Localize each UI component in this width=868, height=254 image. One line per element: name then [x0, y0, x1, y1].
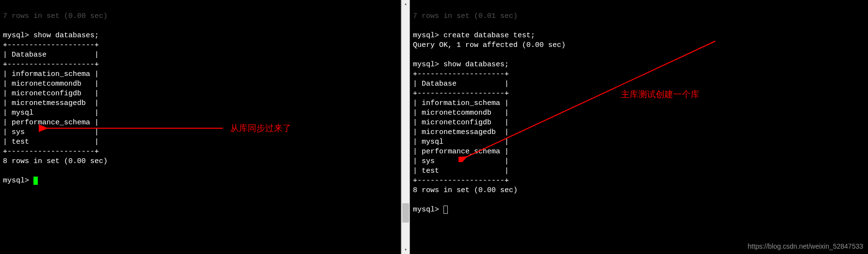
mysql-prompt: mysql>	[3, 177, 33, 185]
watermark-text: https://blog.csdn.net/weixin_52847533	[748, 241, 863, 251]
table-row: | sys |	[413, 157, 509, 165]
rows-result: 8 rows in set (0.00 sec)	[3, 157, 108, 165]
table-row: | information_schema |	[3, 70, 99, 78]
table-border: +--------------------+	[413, 177, 509, 185]
table-row: | micronetconfigdb |	[3, 90, 99, 98]
mysql-prompt: mysql>	[413, 206, 443, 214]
table-row: | test |	[413, 167, 509, 175]
table-border: +--------------------+	[3, 148, 99, 156]
table-row: | micronetconfigdb |	[413, 119, 509, 127]
query-result: Query OK, 1 row affected (0.00 sec)	[413, 41, 566, 49]
table-border: +--------------------+	[413, 90, 509, 98]
table-row: | micronetmessagedb |	[413, 128, 509, 136]
table-row: | mysql |	[3, 109, 99, 117]
table-border: +--------------------+	[3, 60, 99, 69]
cursor-icon	[33, 177, 38, 185]
rows-hint-line: 7 rows in set (0.00 sec)	[3, 12, 108, 20]
rows-hint-line: 7 rows in set (0.01 sec)	[413, 12, 518, 20]
table-row: | mysql |	[413, 138, 509, 146]
cursor-icon	[443, 206, 448, 214]
rows-result: 8 rows in set (0.00 sec)	[413, 186, 518, 194]
table-border: +--------------------+	[3, 41, 99, 49]
table-row: | information_schema |	[413, 99, 509, 107]
table-row: | micronetcommondb |	[413, 109, 509, 117]
table-row: | sys |	[3, 128, 99, 136]
annotation-text-left: 从库同步过来了	[230, 123, 291, 133]
annotation-text-right: 主库测试创建一个库	[621, 90, 699, 99]
mysql-prompt-line: mysql> show databases;	[3, 31, 99, 40]
table-header: | Database |	[3, 51, 99, 59]
table-border: +--------------------+	[413, 70, 509, 78]
scrollbar-thumb[interactable]	[402, 203, 409, 223]
table-row: | test |	[3, 138, 99, 146]
scroll-up-arrow-icon[interactable]: ▴	[402, 0, 410, 8]
table-row: | micronetcommondb |	[3, 80, 99, 88]
table-row: | performance_schema |	[3, 119, 99, 127]
mysql-prompt-line: mysql> create database test;	[413, 31, 535, 40]
table-row: | micronetmessagedb |	[3, 99, 99, 107]
table-header: | Database |	[413, 80, 509, 88]
mysql-prompt-line: mysql> show databases;	[413, 60, 509, 69]
terminal-right-pane[interactable]: 7 rows in set (0.01 sec) mysql> create d…	[410, 0, 868, 254]
vertical-scrollbar[interactable]: ▴ ▾	[401, 0, 410, 254]
scroll-down-arrow-icon[interactable]: ▾	[402, 246, 410, 254]
table-row: | performance_schema |	[413, 148, 509, 156]
terminal-left-pane[interactable]: 7 rows in set (0.00 sec) mysql> show dat…	[0, 0, 401, 254]
